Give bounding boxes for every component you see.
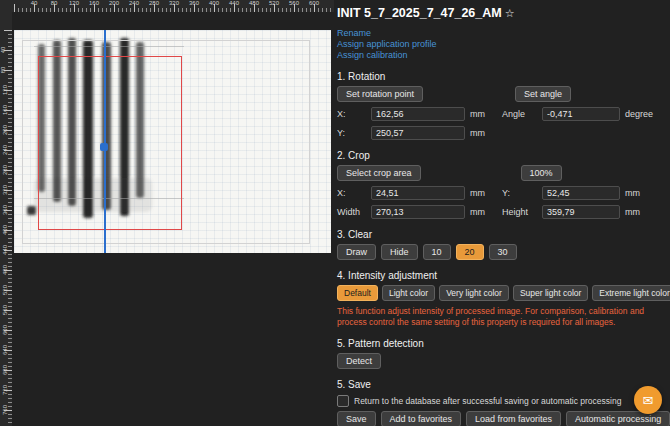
vertical-ruler: 4080120160200240280320360400440480520560… [0,0,12,426]
ruler-label: 520 [2,285,8,295]
add-to-favorites-button[interactable]: Add to favorites [381,411,462,426]
clear-heading: 3. Clear [337,229,662,240]
crop-height-label: Height [502,207,542,217]
ruler-label: 40 [31,0,38,6]
ruler-label: 600 [309,0,319,6]
horizontal-ruler: 4080120160200240280320360400440480520560… [12,0,334,12]
crop-x-unit: mm [470,188,500,198]
ruler-label: 280 [149,0,159,6]
ruler-label: 120 [69,0,79,6]
rotation-y-label: Y: [337,128,371,138]
crop-width-label: Width [337,207,371,217]
rotation-angle-input[interactable] [542,107,620,121]
automatic-processing-button[interactable]: Automatic processing [566,411,670,426]
set-rotation-point-button[interactable]: Set rotation point [337,86,423,102]
app-window: 4080120160200240280320360400440480520560… [0,0,670,426]
intensity-very-light-color-button[interactable]: Very light color [439,285,509,301]
envelope-icon: ✉ [643,394,654,407]
ruler-label: 80 [51,0,58,6]
set-angle-button[interactable]: Set angle [515,86,571,102]
crop-height-unit: mm [625,207,661,217]
clear-hide-button[interactable]: Hide [381,244,418,260]
control-panel: INIT 5_7_2025_7_47_26_AM ☆ Rename Assign… [337,0,670,426]
ruler-label: 160 [2,105,8,115]
clear-20-button[interactable]: 20 [456,244,484,260]
intensity-extreme-light-color-button[interactable]: Extreme light color [592,285,670,301]
image-canvas[interactable] [14,30,331,253]
intensity-default-button[interactable]: Default [337,285,378,301]
ruler-label: 720 [2,385,8,395]
crop-rectangle[interactable] [38,56,182,230]
load-from-favorites-button[interactable]: Load from favorites [466,411,561,426]
ruler-label: 440 [2,245,8,255]
clear-10-button[interactable]: 10 [423,244,451,260]
intensity-light-color-button[interactable]: Light color [382,285,435,301]
page-title: INIT 5_7_2025_7_47_26_AM [337,6,502,20]
intensity-warning-text: This function adjust intensity of proces… [337,306,659,328]
ruler-label: 240 [2,145,8,155]
contact-fab-button[interactable]: ✉ [634,386,662,414]
save-heading: 5. Save [337,379,662,390]
zoom-100-button[interactable]: 100% [521,165,562,181]
rotation-x-input[interactable] [371,107,465,121]
crop-y-input[interactable] [542,186,620,200]
intensity-heading: 4. Intensity adjustment [337,270,662,281]
ruler-label: 640 [2,345,8,355]
ruler-label: 360 [2,205,8,215]
rotation-y-unit: mm [470,128,500,138]
ruler-label: 400 [2,225,8,235]
pattern-detection-heading: 5. Pattern detection [337,338,662,349]
crop-y-label: Y: [502,188,542,198]
rotation-angle-label: Angle [502,109,542,119]
ruler-label: 520 [269,0,279,6]
ruler-label: 80 [0,67,6,74]
detect-button[interactable]: Detect [337,353,381,369]
ruler-label: 480 [2,265,8,275]
ruler-label: 160 [89,0,99,6]
clear-30-button[interactable]: 30 [489,244,517,260]
ruler-label: 280 [2,165,8,175]
crop-height-input[interactable] [542,205,620,219]
crop-x-label: X: [337,188,371,198]
save-button[interactable]: Save [337,411,376,426]
clear-draw-button[interactable]: Draw [337,244,376,260]
ruler-label: 440 [229,0,239,6]
ruler-label: 360 [189,0,199,6]
ruler-label: 760 [2,405,8,415]
crop-x-input[interactable] [371,186,465,200]
return-to-database-checkbox[interactable] [337,395,349,407]
rename-link[interactable]: Rename [337,28,662,39]
ruler-label: 600 [2,325,8,335]
rotation-y-input[interactable] [371,126,465,140]
ruler-label: 120 [2,85,8,95]
ruler-label: 200 [2,125,8,135]
intensity-super-light-color-button[interactable]: Super light color [513,285,588,301]
crop-heading: 2. Crop [337,150,662,161]
crop-y-unit: mm [625,188,661,198]
crop-width-input[interactable] [371,205,465,219]
ruler-label: 200 [109,0,119,6]
rotation-point-handle[interactable] [100,143,108,151]
ruler-label: 320 [2,185,8,195]
return-to-database-label: Return to the database after successful … [354,396,621,406]
ruler-label: 320 [169,0,179,6]
assign-calibration-link[interactable]: Assign calibration [337,50,662,61]
action-links: Rename Assign application profile Assign… [337,28,662,61]
assign-application-profile-link[interactable]: Assign application profile [337,39,662,50]
ruler-label: 240 [129,0,139,6]
rotation-x-unit: mm [470,109,500,119]
ruler-label: 560 [2,305,8,315]
ruler-label: 680 [2,365,8,375]
crop-width-unit: mm [470,207,500,217]
pencil-line [34,46,184,47]
ruler-label: 40 [0,47,6,54]
ruler-label: 560 [289,0,299,6]
rotation-x-label: X: [337,109,371,119]
ruler-label: 400 [209,0,219,6]
rotation-guide-line[interactable] [104,30,106,253]
ruler-label: 480 [249,0,259,6]
rotation-heading: 1. Rotation [337,71,662,82]
select-crop-area-button[interactable]: Select crop area [337,165,421,181]
rotation-angle-unit: degree [625,109,661,119]
favorite-star-icon[interactable]: ☆ [505,7,515,20]
